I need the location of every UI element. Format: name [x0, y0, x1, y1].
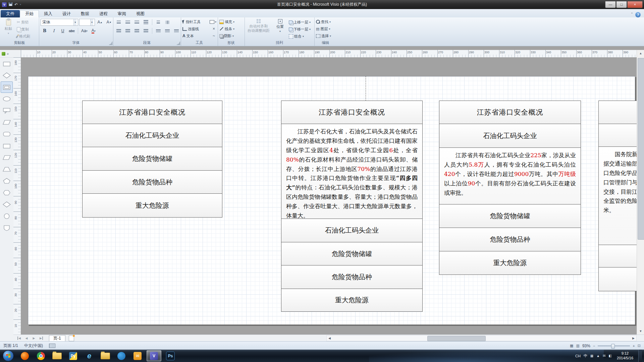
show-desktop-button[interactable] [638, 350, 642, 362]
box-row-item[interactable]: 重大危险源 [83, 194, 222, 217]
scroll-up-icon[interactable]: ▲ [637, 50, 644, 57]
font-color-button[interactable]: A▾ [90, 27, 98, 34]
freeform-tool-icon[interactable]: ~ [213, 34, 215, 38]
show-hidden-icons-icon[interactable]: ▲ [596, 354, 600, 358]
maximize-button[interactable]: □ [616, 1, 627, 8]
bring-forward-button[interactable]: 上移一层▾ [289, 19, 311, 25]
language-indicator[interactable]: 中文(中国) [24, 343, 43, 349]
help-icon[interactable]: ? [635, 12, 641, 17]
rotate-text-icon[interactable] [163, 19, 171, 25]
vertical-scrollbar[interactable]: ▲ ▼ [637, 50, 644, 335]
increase-indent-icon[interactable] [133, 19, 141, 25]
minimize-button[interactable]: — [605, 1, 616, 8]
zoom-out-icon[interactable]: − [593, 344, 595, 348]
shadow-button[interactable]: 阴影▾ [219, 33, 245, 39]
align-middle-icon[interactable] [163, 27, 171, 34]
grow-font-icon[interactable]: A▲ [96, 19, 104, 25]
box-row-item[interactable]: 石油化工码头企业 [83, 124, 222, 147]
connector-tool-button[interactable]: 连接线 × [182, 25, 218, 32]
justify-icon[interactable] [142, 27, 150, 34]
stencil-shield[interactable] [1, 222, 13, 234]
box-row-item[interactable]: 危险货物品种 [281, 265, 422, 289]
ime-mode-indicator[interactable]: CH [575, 354, 581, 358]
bold-button[interactable]: B [41, 27, 49, 34]
box-row-item[interactable] [599, 101, 637, 124]
tab-审阅[interactable]: 审阅 [113, 10, 131, 17]
box-row-para[interactable]: 江苏省共有石油化工码头企业225家，涉及从业人员大约5.8万人，拥有专业化石油化… [439, 148, 581, 204]
box-row-title[interactable]: 江苏省港口安全概况 [439, 101, 581, 124]
taskbar-app-python[interactable]: Py [66, 351, 80, 361]
taskbar-app-photoshop[interactable]: Ps [163, 351, 177, 361]
taskbar-app-firefox[interactable] [18, 351, 32, 361]
align-top-icon[interactable] [154, 27, 162, 34]
box-row-title[interactable]: 江苏省港口安全概况 [83, 101, 222, 124]
taskbar-app-thunderbird[interactable] [114, 351, 128, 361]
expand-shapes-panel-icon[interactable]: » [7, 52, 9, 56]
flowchart-box[interactable]: 国务院新《 据交通运输部和 口危险化学品安 口管理部门与安 交接，目前江苏 全监… [598, 101, 637, 291]
visio-app-icon[interactable]: V [2, 2, 7, 7]
fill-button[interactable]: 填充▾ [219, 18, 245, 25]
next-page-button[interactable]: ▶ [30, 336, 38, 341]
zoom-slider[interactable] [598, 344, 630, 348]
page-indicator[interactable]: 页面 1/1 [3, 343, 18, 349]
first-page-button[interactable]: ◀ [15, 336, 23, 341]
line-spacing-icon[interactable] [142, 19, 150, 25]
minimize-ribbon-icon[interactable]: ˆ [631, 12, 633, 17]
align-right-icon[interactable] [133, 27, 141, 34]
find-button[interactable]: 查找▾ [316, 18, 337, 25]
box-row-item[interactable]: 重大危险源 [281, 289, 422, 311]
tab-开始[interactable]: 开始 [20, 10, 39, 17]
group-button[interactable]: 组合▾ [289, 33, 311, 40]
auto-align-button[interactable]: 自动对齐和自动调整间距 [246, 18, 271, 41]
stencil-diamond[interactable] [1, 199, 13, 210]
network-icon[interactable]: ◧ [609, 354, 612, 358]
font-size-select[interactable]: ▾ [79, 19, 95, 26]
stencil-rounded-rectangle[interactable] [1, 128, 13, 140]
stencil-parallelogram[interactable] [1, 152, 13, 163]
zoom-in-icon[interactable]: + [633, 344, 635, 348]
stencil-framed-rectangle[interactable] [1, 81, 13, 93]
tab-file[interactable]: 文件 [1, 10, 20, 17]
save-icon[interactable] [9, 2, 12, 7]
change-case-button[interactable]: Aa▾ [80, 27, 89, 34]
copy-button[interactable]: 复制 [17, 26, 30, 33]
tab-插入[interactable]: 插入 [39, 10, 57, 17]
cut-button[interactable]: ✂ 剪切 [17, 19, 30, 25]
box-row-item[interactable]: 危险货物储罐 [439, 204, 581, 228]
stencil-trapezoid[interactable] [1, 164, 13, 175]
undo-icon[interactable]: ↶ [14, 3, 18, 7]
scroll-left-icon[interactable]: ◀ [327, 336, 332, 341]
taskbar-app-chrome[interactable] [34, 351, 48, 361]
scroll-right-icon[interactable]: ▶ [631, 336, 636, 341]
paste-button[interactable]: 粘贴▾ [1, 18, 15, 41]
text-direction-icon[interactable] [154, 19, 162, 25]
last-page-button[interactable]: ▶ [38, 336, 45, 341]
text-tool-button[interactable]: A 文本 ~ [182, 33, 218, 39]
align-bottom-icon[interactable] [172, 27, 180, 34]
tab-数据[interactable]: 数据 [76, 10, 94, 17]
taskbar-clock[interactable]: 9:12 2014/5/16 [615, 351, 635, 361]
stencil-rectangle[interactable] [1, 58, 13, 69]
box-row-item[interactable] [599, 124, 637, 147]
stencil-hexagon[interactable] [1, 187, 13, 198]
shrink-font-icon[interactable]: A▼ [105, 19, 113, 25]
box-row-title[interactable]: 江苏省港口安全概况 [281, 101, 422, 124]
qat-customize-icon[interactable]: ▾ [20, 3, 21, 6]
box-row-para[interactable]: 国务院新《 据交通运输部和 口危险化学品安 口管理部门与安 交接，目前江苏 全监… [599, 147, 637, 245]
box-row-item[interactable]: 危险货物储罐 [83, 147, 222, 171]
box-row-item[interactable]: 危险货物储罐 [281, 242, 422, 265]
position-button[interactable]: 位置▾ [273, 18, 287, 41]
stencil-diamond[interactable] [1, 70, 13, 81]
zoom-level[interactable]: 93% [582, 344, 590, 348]
start-button[interactable] [3, 350, 14, 361]
select-button[interactable]: 选择▾ [316, 33, 337, 39]
line-button[interactable]: 线条▾ [219, 25, 245, 32]
stencil-callout[interactable] [1, 105, 13, 116]
box-row-item[interactable] [599, 267, 637, 291]
box-row-item[interactable] [599, 245, 637, 267]
drawing-canvas[interactable]: 江苏省港口安全概况石油化工码头企业危险货物储罐危险货物品种重大危险源江苏省港口安… [21, 57, 637, 335]
flowchart-box[interactable]: 江苏省港口安全概况石油化工码头企业危险货物储罐危险货物品种重大危险源 [82, 101, 222, 218]
box-row-item[interactable]: 石油化工码头企业 [439, 124, 581, 148]
flowchart-box[interactable]: 江苏省港口安全概况石油化工码头企业江苏省共有石油化工码头企业225家，涉及从业人… [439, 101, 581, 275]
pointer-tool-button[interactable]: 指针工具 ▾ [182, 18, 218, 25]
